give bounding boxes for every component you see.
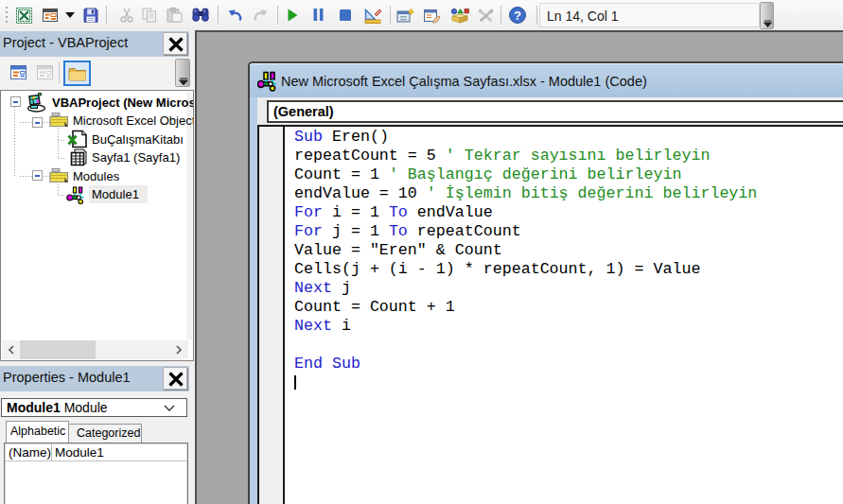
svg-text:?: ?: [514, 9, 521, 23]
